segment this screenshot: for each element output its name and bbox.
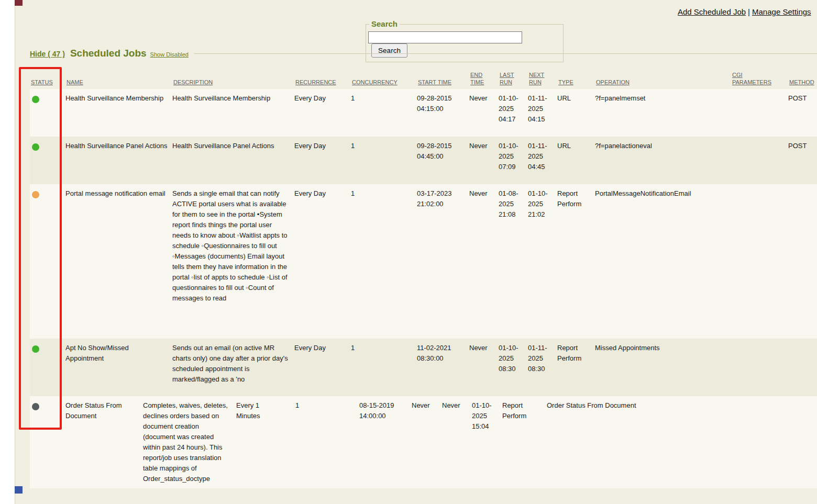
column-header-method[interactable]: METHOD: [788, 79, 817, 89]
recurrence-cell: Every Day: [294, 339, 351, 357]
cgi-parameters-cell: [731, 339, 788, 347]
method-cell: POST: [788, 89, 817, 108]
last-run-cell: 01-10-2025 04:17: [499, 89, 528, 129]
operation-cell: Missed Appointments: [595, 339, 731, 357]
next-run-cell: 01-10-2025 15:04: [472, 396, 502, 436]
operation-cell: PortalMessageNotificationEmail: [595, 184, 731, 203]
concurrency-cell: 1: [351, 339, 417, 357]
concurrency-cell: 1: [351, 184, 417, 203]
operation-cell: Order Status From Document: [547, 396, 817, 415]
column-header-last-run[interactable]: LAST RUN: [499, 71, 528, 89]
job-name-cell: Order Status From Document: [65, 396, 143, 425]
column-header-type[interactable]: TYPE: [557, 79, 595, 89]
last-run-cell: Never: [442, 396, 472, 415]
end-time-cell: Never: [469, 339, 499, 357]
column-header-start-time[interactable]: START TIME: [417, 79, 469, 89]
recurrence-cell: Every Day: [294, 137, 351, 155]
frame-corner-top: [15, 0, 23, 6]
status-cell: [30, 89, 65, 107]
next-run-cell: 01-10-2025 21:02: [528, 184, 557, 224]
table-row[interactable]: Order Status From Document Completes, wa…: [30, 396, 817, 488]
method-cell: [788, 339, 817, 347]
cgi-parameters-cell: [731, 184, 788, 193]
column-header-end-time[interactable]: END TIME: [469, 71, 499, 89]
type-cell: Report Perform: [557, 184, 595, 214]
column-header-description[interactable]: DESCRIPTION: [172, 79, 294, 89]
next-run-cell: 01-11-2025 04:45: [528, 137, 557, 176]
start-time-cell: 09-28-2015 04:45:00: [417, 137, 469, 166]
start-time-cell: 11-02-2021 08:30:00: [417, 339, 469, 368]
status-cell: [30, 184, 65, 203]
section-border-line: [194, 53, 817, 54]
show-disabled-link[interactable]: Show Disabled: [150, 49, 189, 60]
status-cell: [30, 339, 65, 357]
method-cell: [788, 184, 817, 193]
last-run-cell: 01-08-2025 21:08: [499, 184, 528, 224]
type-cell: URL: [557, 89, 595, 108]
concurrency-cell: 1: [295, 396, 359, 415]
frame-corner-bottom: [15, 486, 23, 494]
column-header-concurrency[interactable]: CONCURRENCY: [351, 79, 417, 89]
link-separator: |: [748, 7, 750, 16]
manage-settings-link[interactable]: Manage Settings: [752, 7, 811, 16]
status-cell: [30, 137, 65, 155]
add-scheduled-job-link[interactable]: Add Scheduled Job: [678, 7, 746, 16]
end-time-cell: Never: [469, 89, 499, 108]
page-background: Add Scheduled Job|Manage Settings Search…: [15, 0, 817, 504]
end-time-cell: Never: [412, 396, 442, 415]
end-time-cell: Never: [469, 137, 499, 155]
last-run-cell: 01-10-2025 08:30: [499, 339, 528, 378]
table-row[interactable]: Apt No Show/Missed Appointment Sends out…: [30, 339, 817, 396]
status-dot: [32, 403, 39, 410]
column-header-cgi-parameters[interactable]: CGI PARAMETERS: [731, 71, 788, 89]
end-time-cell: Never: [469, 184, 499, 203]
status-dot: [32, 96, 39, 103]
column-header-next-run[interactable]: NEXT RUN: [528, 71, 557, 89]
status-dot: [32, 345, 39, 353]
table-row[interactable]: Health Surveillance Panel Actions Health…: [30, 137, 817, 184]
description-cell: Completes, waives, deletes, declines ord…: [143, 396, 236, 488]
column-header-operation[interactable]: OPERATION: [595, 79, 731, 89]
topbar-links: Add Scheduled Job|Manage Settings: [678, 7, 811, 17]
hide-count-link[interactable]: Hide ( 47 ): [30, 49, 65, 59]
description-cell: Sends out an email (on active MR charts …: [172, 339, 294, 389]
type-cell: Report Perform: [557, 339, 595, 368]
table-row[interactable]: Health Surveillance Membership Health Su…: [30, 89, 817, 137]
operation-cell: ?f=panelactioneval: [595, 137, 731, 155]
next-run-cell: 01-11-2025 04:15: [528, 89, 557, 129]
recurrence-cell: Every Day: [294, 89, 351, 108]
status-dot: [32, 191, 39, 198]
page-title: Scheduled Jobs: [70, 48, 147, 59]
search-input[interactable]: [368, 31, 522, 43]
concurrency-cell: 1: [351, 89, 417, 108]
recurrence-cell: Every Day: [294, 184, 351, 203]
next-run-cell: 01-11-2025 08:30: [528, 339, 557, 378]
table-header-row: STATUS NAME DESCRIPTION RECURRENCE CONCU…: [30, 65, 817, 89]
start-time-cell: 03-17-2023 21:02:00: [417, 184, 469, 214]
type-cell: Report Perform: [502, 396, 547, 425]
column-header-name[interactable]: NAME: [65, 79, 172, 89]
job-name-cell: Health Surveillance Panel Actions: [65, 137, 172, 155]
search-panel-legend: Search: [369, 19, 400, 29]
column-header-status[interactable]: STATUS: [30, 79, 65, 89]
status-dot: [32, 143, 39, 151]
job-name-cell: Health Surveillance Membership: [65, 89, 172, 108]
table-row[interactable]: Portal message notification email Sends …: [30, 184, 817, 339]
description-cell: Health Surveillance Membership: [172, 89, 294, 108]
cgi-parameters-cell: [731, 137, 788, 145]
description-cell: Health Surveillance Panel Actions: [172, 137, 294, 155]
concurrency-cell: 1: [351, 137, 417, 155]
status-cell: [30, 396, 65, 415]
start-time-cell: 09-28-2015 04:15:00: [417, 89, 469, 118]
recurrence-cell: Every 1 Minutes: [236, 396, 295, 425]
cgi-parameters-cell: [731, 89, 788, 97]
scheduled-jobs-header: Hide ( 47 ) Scheduled Jobs Show Disabled: [30, 48, 817, 60]
operation-cell: ?f=panelmemset: [595, 89, 731, 108]
description-cell: Sends a single email that can notify ACT…: [172, 184, 294, 308]
method-cell: POST: [788, 137, 817, 155]
scheduled-jobs-table: STATUS NAME DESCRIPTION RECURRENCE CONCU…: [15, 65, 817, 488]
type-cell: URL: [557, 137, 595, 155]
job-name-cell: Apt No Show/Missed Appointment: [65, 339, 172, 368]
column-header-recurrence[interactable]: RECURRENCE: [294, 79, 351, 89]
job-name-cell: Portal message notification email: [65, 184, 172, 203]
